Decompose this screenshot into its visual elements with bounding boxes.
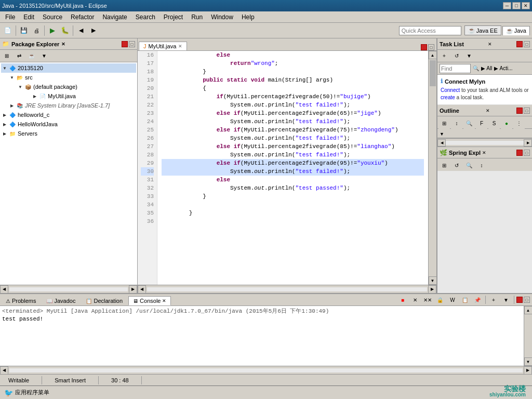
scroll-lock-button[interactable]: 🔒 [434,294,446,305]
spring-filter-button[interactable]: 🔍 [463,159,475,171]
task-maximize-button[interactable]: □ [524,41,530,47]
menu-help[interactable]: Help [237,12,259,22]
editor-minimize-button[interactable] [421,44,427,50]
scroll-up-button[interactable]: ▲ [429,51,437,59]
outline-hscroll[interactable]: ◀ ▶ [437,138,532,147]
scroll-down-button[interactable]: ▼ [429,276,437,285]
menu-refactor[interactable]: Refactor [66,12,98,22]
filter-active-label[interactable]: ▶ Acti... [494,65,512,71]
editor-tab-myutil[interactable]: J MyUtil.java ✕ [139,42,187,50]
toolbar-save-button[interactable]: 💾 [18,25,30,36]
create-link[interactable]: create [441,95,455,100]
editor-maximize-button[interactable]: □ [428,44,434,50]
outline-sort-button[interactable]: ↕ [451,117,462,129]
spring-collapse-button[interactable]: ⊞ [438,159,450,171]
pkg-menu-button[interactable]: ▼ [38,50,50,62]
toolbar-forward-button[interactable]: ▶ [88,25,99,36]
editor-hscrollbar[interactable]: ◀ ▶ [138,285,436,293]
console-tab-close[interactable]: ✕ [162,298,166,303]
toolbar-run-button[interactable]: ▶ [47,25,58,36]
spring-minimize-button[interactable] [516,150,523,156]
outline-dropdown-arrow[interactable]: ▼ [440,131,444,137]
editor-tab-close[interactable]: ✕ [178,44,182,49]
code-editor[interactable]: else return"wrong"; } public static void… [157,51,428,285]
link-editor-button[interactable]: ⇄ [14,50,25,62]
toolbar-new-button[interactable]: 📄 [2,25,14,36]
console-scroll-down[interactable]: ▼ [524,357,533,366]
maximize-button[interactable]: □ [512,2,521,9]
task-minimize-button[interactable] [516,41,523,47]
outline-more-button[interactable]: ⋮ [513,117,525,129]
console-hscroll-right[interactable]: ▶ [524,366,532,375]
pkg-maximize-button[interactable]: □ [129,41,135,47]
menu-navigate[interactable]: Navigate [98,12,131,22]
stop-button[interactable]: ■ [397,294,408,305]
outline-hide-fields-button[interactable]: F [476,117,487,129]
pkg-minimize-button[interactable] [122,41,128,47]
remove-all-terminated-button[interactable]: ✕✕ [422,294,433,305]
perspective-java[interactable]: ☕ Java [502,26,530,35]
outline-close-icon[interactable]: ✕ [486,108,490,113]
expand-arrow[interactable]: ▼ [2,66,7,71]
spring-refresh-button[interactable]: ↺ [451,159,462,171]
console-minimize-button[interactable] [516,297,523,303]
tree-item-src[interactable]: ▼ 📂 src [1,73,136,82]
pkg-hscroll[interactable]: ◀ ▶ [0,285,137,293]
tree-item-helloworldjava[interactable]: ▶ 🔷 HelloWorldJava [1,119,136,129]
tree-item-helloworld-c[interactable]: ▶ 🔷 helloworld_c [1,110,136,119]
outline-filter-button[interactable]: 🔍 [463,117,475,129]
scroll-thumb[interactable] [430,60,436,86]
menu-source[interactable]: Source [38,12,66,22]
menu-run[interactable]: Run [187,12,207,22]
word-wrap-button[interactable]: W [447,294,458,305]
tab-javadoc[interactable]: 📖 Javadoc [42,296,80,305]
task-list-close-icon[interactable]: ✕ [488,42,492,47]
expand-arrow-src[interactable]: ▼ [9,75,15,80]
new-java-button[interactable]: ☕ [26,50,37,62]
spring-close-icon[interactable]: ✕ [482,150,486,155]
search-icon[interactable]: 🔍 [473,65,479,71]
close-button[interactable]: ✕ [522,2,530,9]
filter-tasks-button[interactable]: ▼ [463,50,475,62]
open-console-button[interactable]: 📋 [459,294,471,305]
outline-maximize-button[interactable]: □ [524,108,530,114]
hscroll-left[interactable]: ◀ [0,285,8,294]
outline-green-button[interactable]: ● [501,117,512,129]
hscroll-right[interactable]: ▶ [129,285,137,294]
app-menu-button[interactable]: 🐦 应用程序菜单 [4,389,49,397]
tab-problems[interactable]: ⚠ Problems [1,296,41,305]
minimize-button[interactable]: ─ [503,2,511,9]
connect-link[interactable]: Connect [441,87,460,93]
menu-file[interactable]: File [1,12,19,22]
outline-hscroll-right[interactable]: ▶ [524,139,532,147]
console-hscroll-left[interactable]: ◀ [0,366,8,375]
tree-item-default-pkg[interactable]: ▼ 📦 (default package) [1,82,136,91]
expand-arrow-jre[interactable]: ▶ [9,103,15,108]
tree-item-myutil[interactable]: ▶ 📄 MyUtil.java [1,91,136,101]
tab-console[interactable]: 🖥 Console ✕ [128,296,171,305]
outline-minimize-button[interactable] [516,108,523,114]
tree-item-project[interactable]: ▼ 🔷 20135120 [1,63,136,73]
remove-terminated-button[interactable]: ✕ [409,294,421,305]
spring-more-button[interactable]: ↕ [476,159,487,171]
editor-vscrollbar[interactable]: ▲ ▼ [428,51,436,285]
collapse-all-button[interactable]: ⊞ [1,50,12,62]
outline-hscroll-left[interactable]: ◀ [437,139,446,147]
pin-console-button[interactable]: 📌 [472,294,483,305]
close-tab-icon[interactable]: ✕ [61,42,65,47]
display-views-button[interactable]: ▼ [500,294,512,305]
new-console-button[interactable]: + [488,294,499,305]
menu-search[interactable]: Search [131,12,159,22]
expand-arrow-hwc[interactable]: ▶ [2,113,7,117]
perspective-javaee[interactable]: ☕ Java EE [464,25,501,35]
tab-declaration[interactable]: 📋 Declaration [81,296,127,305]
console-hscrollbar[interactable]: ◀ ▶ [0,366,532,374]
outline-hide-static-button[interactable]: S [488,117,500,129]
toolbar-debug-button[interactable]: 🐛 [59,25,71,36]
console-maximize-button[interactable]: □ [524,297,530,303]
hscroll-left-btn[interactable]: ◀ [138,285,146,294]
new-task-button[interactable]: + [438,50,450,62]
sync-tasks-button[interactable]: ↺ [451,50,462,62]
expand-arrow-hwj[interactable]: ▶ [2,122,7,127]
tree-item-servers[interactable]: ▶ 📁 Servers [1,129,136,138]
